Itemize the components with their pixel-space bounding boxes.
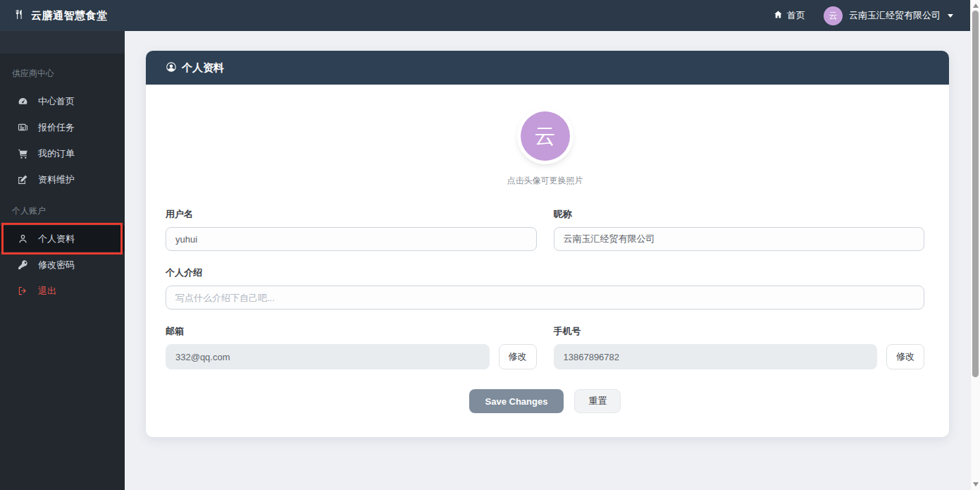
main-content: 个人资料 云 点击头像可更换照片 用户名 昵称 个人介绍 (125, 31, 970, 490)
phone-field-group: 手机号 修改 (554, 325, 925, 369)
utensils-icon (14, 9, 25, 22)
email-field-group: 邮箱 修改 (166, 325, 537, 369)
intro-field-group: 个人介绍 (166, 267, 924, 310)
circle-user-icon (166, 61, 177, 75)
sidebar-section-personal-account: 个人账户 (0, 192, 125, 226)
home-label: 首页 (787, 9, 805, 22)
newspaper-icon (18, 122, 28, 133)
profile-card: 个人资料 云 点击头像可更换照片 用户名 昵称 个人介绍 (146, 51, 949, 437)
phone-input (554, 344, 878, 369)
sidebar-section-supplier-center: 供应商中心 (0, 54, 125, 88)
top-navbar: 云膳通智慧食堂 首页 云 云南玉汇经贸有限公司 (0, 0, 980, 31)
cart-icon (18, 148, 28, 159)
brand[interactable]: 云膳通智慧食堂 (14, 9, 108, 23)
scrollbar-down-arrow-icon[interactable] (973, 482, 979, 486)
sidebar-item-label: 修改密码 (38, 259, 75, 271)
email-input (166, 344, 490, 369)
user-avatar: 云 (824, 6, 843, 25)
sidebar-item-label: 个人资料 (38, 233, 75, 245)
scrollbar-thumb[interactable] (972, 11, 979, 377)
profile-avatar[interactable]: 云 (521, 111, 570, 161)
sidebar-top-strip (0, 31, 125, 54)
username-input[interactable] (166, 227, 537, 251)
avatar-section: 云 点击头像可更换照片 (166, 111, 924, 187)
scrollbar-up-arrow-icon[interactable] (973, 4, 979, 8)
user-dropdown[interactable]: 云 云南玉汇经贸有限公司 (824, 6, 953, 25)
sidebar-item-profile[interactable]: 个人资料 (0, 226, 125, 252)
card-header: 个人资料 (146, 51, 949, 85)
intro-input[interactable] (166, 286, 924, 310)
card-body: 云 点击头像可更换照片 用户名 昵称 个人介绍 邮箱 (146, 85, 949, 437)
signout-icon (18, 286, 28, 296)
phone-label: 手机号 (554, 325, 925, 338)
email-modify-button[interactable]: 修改 (499, 344, 537, 369)
nickname-input[interactable] (554, 227, 925, 251)
sidebar-item-label: 退出 (38, 285, 56, 298)
sidebar-item-label: 中心首页 (38, 95, 75, 108)
sidebar-item-center-home[interactable]: 中心首页 (0, 88, 125, 114)
navbar-right: 首页 云 云南玉汇经贸有限公司 (774, 6, 953, 25)
sidebar-item-my-orders[interactable]: 我的订单 (0, 140, 125, 166)
home-icon (774, 10, 783, 21)
card-title: 个人资料 (182, 61, 224, 75)
form-actions: Save Changes 重置 (166, 389, 924, 413)
nickname-field-group: 昵称 (554, 208, 925, 251)
reset-button[interactable]: 重置 (574, 389, 621, 413)
caret-down-icon (948, 14, 953, 18)
sidebar: 供应商中心 中心首页 报价任务 我的订单 资料维护 个人账户 个人资料 (0, 31, 125, 490)
email-label: 邮箱 (166, 325, 537, 338)
phone-modify-button[interactable]: 修改 (886, 344, 924, 369)
user-icon (18, 233, 28, 244)
sidebar-item-label: 我的订单 (38, 147, 75, 160)
username-field-group: 用户名 (166, 208, 537, 251)
intro-label: 个人介绍 (166, 267, 924, 279)
username-label: 用户名 (166, 208, 537, 221)
sidebar-item-label: 报价任务 (38, 121, 75, 134)
home-link[interactable]: 首页 (774, 9, 805, 22)
sidebar-item-data-maintenance[interactable]: 资料维护 (0, 166, 125, 192)
nickname-label: 昵称 (554, 208, 925, 221)
save-changes-button[interactable]: Save Changes (469, 389, 564, 413)
user-name-label: 云南玉汇经贸有限公司 (849, 9, 941, 22)
sidebar-item-quote-tasks[interactable]: 报价任务 (0, 114, 125, 140)
dashboard-icon (18, 96, 28, 106)
profile-form: 用户名 昵称 个人介绍 邮箱 修改 (166, 208, 924, 369)
sidebar-item-change-password[interactable]: 修改密码 (0, 252, 125, 278)
edit-icon (18, 174, 28, 185)
sidebar-item-logout[interactable]: 退出 (0, 278, 125, 304)
key-icon (18, 259, 28, 270)
sidebar-item-label: 资料维护 (38, 173, 75, 186)
vertical-scrollbar[interactable] (970, 0, 980, 490)
avatar-hint: 点击头像可更换照片 (166, 175, 924, 187)
brand-label: 云膳通智慧食堂 (31, 9, 108, 23)
